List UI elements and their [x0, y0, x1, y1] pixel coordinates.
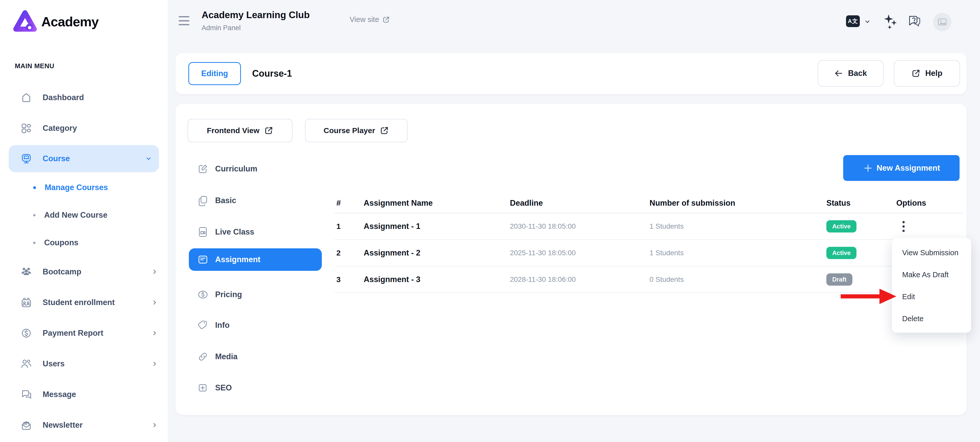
row-index: 2	[334, 249, 362, 257]
sparkles-icon[interactable]	[882, 13, 899, 30]
table-row: 2 Assignment - 2 2025-11-30 18:05:00 1 S…	[334, 240, 963, 266]
student-card-icon	[21, 297, 32, 308]
chevron-down-icon	[145, 155, 152, 162]
language-badge-label: A文	[848, 18, 858, 25]
assignment-deadline: 2025-11-30 18:05:00	[508, 249, 648, 257]
tab-label: Assignment	[215, 255, 260, 264]
assignment-name: Assignment - 3	[362, 275, 508, 284]
sidebar-item-users[interactable]: Users	[0, 348, 168, 379]
external-link-icon	[382, 16, 390, 24]
row-index: 1	[334, 222, 362, 231]
tab-pricing[interactable]: Pricing	[189, 283, 322, 306]
sidebar-item-dashboard[interactable]: Dashboard	[0, 82, 168, 113]
course-player-button[interactable]: Course Player	[305, 119, 407, 142]
course-icon	[21, 153, 32, 164]
bullet-icon	[33, 242, 35, 244]
user-avatar[interactable]	[933, 13, 951, 31]
language-chevron-down-icon[interactable]	[864, 18, 871, 25]
tab-assignment[interactable]: Assignment	[189, 248, 322, 271]
dollar-circle-icon	[197, 289, 208, 300]
sidebar-nav: Dashboard Category Course	[0, 82, 168, 440]
bullet-icon	[33, 186, 36, 189]
tab-label: Basic	[215, 196, 236, 205]
sidebar-toggle-button[interactable]	[179, 16, 189, 25]
menu-item-delete[interactable]: Delete	[892, 308, 971, 330]
course-toolbar: Editing Course-1 Back Help	[176, 53, 966, 94]
copy-icon	[197, 195, 208, 206]
sidebar-item-label: Newsletter	[43, 421, 83, 430]
sidebar-section-label: MAIN MENU	[15, 62, 54, 70]
sidebar-item-payment-report[interactable]: Payment Report	[0, 318, 168, 348]
brand-logo[interactable]: Academy	[13, 10, 99, 34]
sidebar-item-label: Bootcamp	[43, 267, 81, 276]
chat-bubbles-icon	[21, 389, 32, 400]
sidebar-subitem-manage-courses[interactable]: Manage Courses	[0, 174, 168, 201]
editing-status-chip[interactable]: Editing	[188, 62, 241, 85]
sidebar-item-message[interactable]: Message	[0, 379, 168, 410]
frontend-view-button[interactable]: Frontend View	[188, 119, 293, 142]
support-chat-icon[interactable]	[907, 14, 922, 30]
tab-curriculum[interactable]: Curriculum	[189, 158, 322, 180]
menu-item-edit[interactable]: Edit	[892, 286, 971, 308]
tab-label: Curriculum	[215, 164, 257, 174]
tab-basic[interactable]: Basic	[189, 189, 322, 212]
tab-label: Pricing	[215, 290, 242, 299]
tab-live-class[interactable]: Live Class	[189, 221, 322, 243]
external-link-icon	[264, 126, 273, 135]
sidebar-item-student-enrollment[interactable]: Student enrollment	[0, 287, 168, 318]
col-header-name: Assignment Name	[362, 198, 508, 208]
course-edit-card: Frontend View Course Player New Assignme…	[176, 104, 966, 415]
arrow-left-icon	[834, 69, 843, 78]
tab-seo[interactable]: SEO	[189, 377, 322, 399]
chevron-right-icon	[151, 422, 158, 428]
col-header-status: Status	[824, 198, 894, 208]
plus-square-icon	[197, 382, 208, 393]
view-site-link[interactable]: View site	[350, 15, 390, 24]
tag-icon	[197, 320, 208, 331]
row-index: 3	[334, 275, 362, 284]
page-title-block: Academy Learning Club Admin Panel	[202, 10, 310, 32]
tab-label: Media	[215, 352, 238, 361]
assignment-deadline: 2030-11-30 18:05:00	[508, 222, 648, 230]
home-icon	[21, 92, 32, 103]
sidebar-item-label: Dashboard	[43, 93, 84, 102]
assignment-doc-icon	[197, 254, 208, 265]
newsletter-envelope-icon	[21, 420, 32, 431]
link-icon	[197, 351, 208, 362]
sidebar-item-label: Payment Report	[43, 329, 103, 338]
sidebar-item-label: Message	[43, 390, 76, 399]
sidebar-item-category[interactable]: Category	[0, 113, 168, 144]
tab-label: Live Class	[215, 227, 254, 236]
site-title: Academy Learning Club	[202, 10, 310, 21]
bullet-icon	[33, 214, 35, 216]
users-icon	[21, 358, 32, 369]
sidebar-item-course-wrap: Course	[0, 144, 168, 174]
admin-panel-page: Academy MAIN MENU Dashboard Category	[0, 0, 980, 442]
sidebar-item-newsletter[interactable]: Newsletter	[0, 410, 168, 440]
tab-media[interactable]: Media	[189, 345, 322, 368]
back-button[interactable]: Back	[818, 60, 883, 87]
video-file-icon	[197, 227, 208, 238]
language-switcher[interactable]: A文	[846, 15, 860, 27]
tab-info[interactable]: Info	[189, 314, 322, 337]
sidebar-subitem-coupons[interactable]: Coupons	[0, 229, 168, 257]
sidebar-subitem-add-new-course[interactable]: Add New Course	[0, 201, 168, 229]
frontend-view-label: Frontend View	[207, 126, 259, 135]
help-button[interactable]: Help	[894, 60, 960, 87]
dollar-circle-icon	[21, 327, 32, 339]
new-assignment-button[interactable]: New Assignment	[843, 155, 959, 181]
row-options-kebab-icon[interactable]	[896, 219, 907, 235]
red-arrow-annotation	[841, 288, 897, 305]
menu-item-make-as-draft[interactable]: Make As Draft	[892, 264, 971, 286]
tab-label: Info	[215, 321, 230, 330]
menu-item-view-submission[interactable]: View Submission	[892, 242, 971, 264]
sidebar-item-label: Users	[43, 359, 65, 369]
assignments-table: # Assignment Name Deadline Number of sub…	[334, 193, 963, 293]
external-link-icon	[380, 126, 389, 135]
sidebar-item-bootcamp[interactable]: Bootcamp	[0, 257, 168, 287]
sidebar-item-course[interactable]: Course	[9, 145, 159, 172]
table-row: 1 Assignment - 1 2030-11-30 18:05:00 1 S…	[334, 213, 963, 240]
options-dropdown-menu: View Submission Make As Draft Edit Delet…	[892, 238, 971, 333]
academy-logo-icon	[13, 10, 37, 34]
assignment-name: Assignment - 2	[362, 248, 508, 257]
